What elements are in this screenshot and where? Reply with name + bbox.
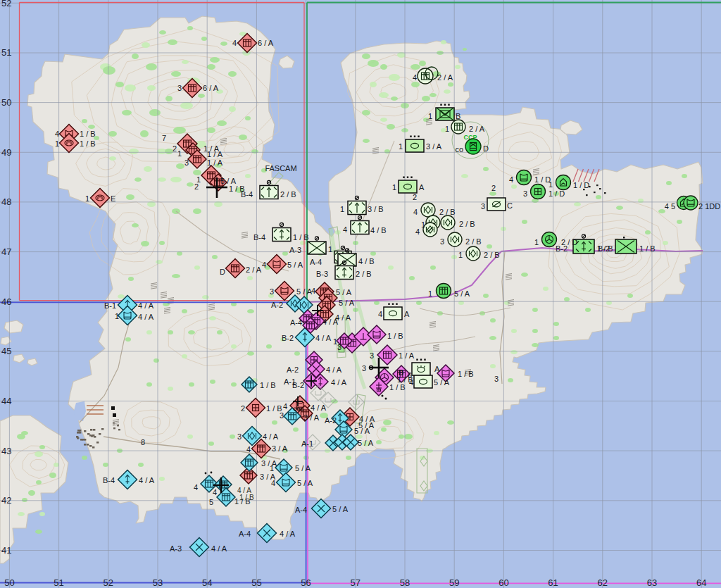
svg-text:3: 3 xyxy=(184,158,189,167)
svg-text:5 / A: 5 / A xyxy=(339,299,355,307)
svg-text:4: 4 xyxy=(55,130,59,138)
svg-text:59: 59 xyxy=(449,577,459,588)
svg-text:4 / B: 4 / B xyxy=(370,226,387,234)
svg-text:4 / A: 4 / A xyxy=(138,301,154,310)
svg-text:4: 4 xyxy=(413,208,418,216)
svg-text:1: 1 xyxy=(270,464,274,473)
svg-text:1: 1 xyxy=(421,220,425,229)
svg-text:50: 50 xyxy=(4,577,14,588)
svg-text:2 / B: 2 / B xyxy=(459,220,475,228)
svg-text:FASCAM: FASCAM xyxy=(265,164,296,173)
svg-text:B-2: B-2 xyxy=(598,244,610,253)
svg-text:4: 4 xyxy=(378,310,382,318)
svg-text:64: 64 xyxy=(696,577,706,588)
svg-text:8: 8 xyxy=(141,438,145,446)
svg-text:1 / A: 1 / A xyxy=(207,150,223,158)
svg-text:55: 55 xyxy=(251,577,261,588)
svg-text:A: A xyxy=(434,365,440,373)
svg-text:2 / A: 2 / A xyxy=(437,73,453,82)
svg-text:1 / D: 1 / D xyxy=(573,181,589,189)
svg-text:2: 2 xyxy=(194,182,199,191)
svg-text:4 / A: 4 / A xyxy=(138,313,154,321)
svg-text:4: 4 xyxy=(194,483,198,492)
svg-text:1: 1 xyxy=(428,289,432,298)
svg-text:1 / A: 1 / A xyxy=(399,351,415,360)
svg-text:5 / A: 5 / A xyxy=(354,427,370,435)
svg-text:4: 4 xyxy=(271,479,275,487)
svg-text:49: 49 xyxy=(1,147,11,158)
svg-text:1: 1 xyxy=(85,194,89,203)
svg-text:42: 42 xyxy=(1,495,11,506)
svg-text:2: 2 xyxy=(491,184,496,192)
svg-text:3: 3 xyxy=(440,237,444,246)
svg-text:B: B xyxy=(399,369,403,377)
svg-text:63: 63 xyxy=(647,577,657,588)
svg-text:57: 57 xyxy=(351,577,360,588)
svg-text:41: 41 xyxy=(1,545,11,556)
svg-text:1 / B: 1 / B xyxy=(80,130,96,138)
svg-text:5 / A: 5 / A xyxy=(296,287,313,296)
svg-text:5 / A: 5 / A xyxy=(297,479,313,487)
svg-text:4: 4 xyxy=(232,39,237,47)
svg-text:52: 52 xyxy=(1,0,11,8)
svg-text:B-2: B-2 xyxy=(282,334,294,342)
svg-text:B-4: B-4 xyxy=(241,190,253,199)
svg-text:co: co xyxy=(455,145,463,154)
svg-text:6 / A: 6 / A xyxy=(258,39,274,47)
svg-text:4: 4 xyxy=(413,73,417,82)
svg-text:2: 2 xyxy=(173,144,177,153)
svg-text:1: 1 xyxy=(328,245,332,254)
svg-text:B-1: B-1 xyxy=(104,301,116,310)
svg-text:50: 50 xyxy=(1,97,11,108)
svg-text:3: 3 xyxy=(237,432,242,441)
svg-text:4 / A: 4 / A xyxy=(139,476,155,484)
svg-text:1: 1 xyxy=(399,142,403,151)
svg-text:4 / A: 4 / A xyxy=(322,318,339,326)
svg-text:4: 4 xyxy=(283,402,287,411)
svg-text:52: 52 xyxy=(104,577,113,588)
svg-text:3 / A: 3 / A xyxy=(272,444,288,453)
svg-text:2 / A: 2 / A xyxy=(469,125,485,133)
svg-text:1 / B: 1 / B xyxy=(239,494,254,501)
svg-text:45: 45 xyxy=(1,346,11,356)
svg-text:A-4: A-4 xyxy=(295,506,307,514)
svg-text:56: 56 xyxy=(301,577,311,588)
svg-text:A-3: A-3 xyxy=(289,246,301,254)
svg-text:1 / B: 1 / B xyxy=(639,244,656,253)
svg-text:A: A xyxy=(419,183,425,192)
svg-text:3: 3 xyxy=(481,202,485,211)
svg-text:4 / A: 4 / A xyxy=(326,365,342,374)
svg-text:1 / A: 1 / A xyxy=(207,158,223,167)
svg-text:1: 1 xyxy=(445,125,449,133)
svg-text:1: 1 xyxy=(340,205,344,213)
svg-text:1: 1 xyxy=(458,251,463,259)
svg-text:D: D xyxy=(220,268,225,276)
svg-text:3 / A: 3 / A xyxy=(303,413,320,422)
svg-text:2 / B: 2 / B xyxy=(356,270,372,278)
svg-text:4: 4 xyxy=(246,445,251,453)
svg-text:3: 3 xyxy=(270,287,274,296)
svg-text:1 / B: 1 / B xyxy=(458,370,474,378)
svg-text:53: 53 xyxy=(153,577,163,588)
svg-text:A-4: A-4 xyxy=(290,318,302,327)
svg-text:B-2: B-2 xyxy=(292,381,304,389)
svg-text:6 / A: 6 / A xyxy=(203,84,219,92)
svg-text:5 / A: 5 / A xyxy=(434,378,450,387)
svg-text:4 5: 4 5 xyxy=(665,202,675,211)
svg-text:2 / B: 2 / B xyxy=(484,251,500,259)
svg-text:48: 48 xyxy=(1,196,11,207)
svg-text:2 / B: 2 / B xyxy=(280,190,296,199)
svg-text:1: 1 xyxy=(428,112,432,120)
svg-text:44: 44 xyxy=(1,396,11,406)
svg-text:2 / D: 2 / D xyxy=(561,238,577,246)
svg-text:60: 60 xyxy=(499,577,508,588)
svg-text:2: 2 xyxy=(241,404,245,413)
svg-text:1: 1 xyxy=(115,312,119,320)
svg-text:1 / B: 1 / B xyxy=(260,381,276,389)
svg-text:A-1: A-1 xyxy=(301,439,313,448)
svg-text:5 / A: 5 / A xyxy=(295,464,311,473)
svg-text:A-3: A-3 xyxy=(170,544,182,553)
svg-text:62: 62 xyxy=(598,577,608,588)
svg-text:4: 4 xyxy=(409,378,413,387)
svg-text:3: 3 xyxy=(523,189,527,198)
